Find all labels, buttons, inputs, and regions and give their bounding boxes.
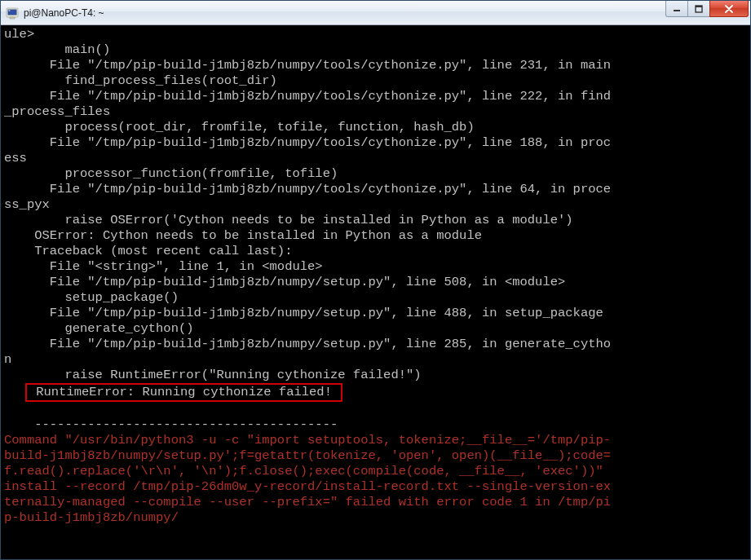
terminal-error-line: install --record /tmp/pip-26dm0w_y-recor… — [4, 479, 750, 495]
terminal-line: raise OSError('Cython needs to be instal… — [4, 213, 750, 228]
terminal-line: raise RuntimeError("Running cythonize fa… — [4, 368, 750, 383]
terminal-line: File "/tmp/pip-build-j1mbj8zb/numpy/setu… — [4, 275, 750, 290]
terminal-line: File "<string>", line 1, in <module> — [4, 259, 750, 275]
terminal-error-line: f.read().replace('\r\n', '\n');f.close()… — [4, 464, 750, 479]
terminal-line: find_process_files(root_dir) — [4, 73, 750, 89]
terminal-line-highlighted: RuntimeError: Running cythonize failed! — [4, 383, 750, 402]
terminal-line: File "/tmp/pip-build-j1mbj8zb/numpy/tool… — [4, 135, 750, 151]
terminal-error-line: ternally-managed --compile --user --pref… — [4, 495, 750, 510]
terminal-output[interactable]: ule> main() File "/tmp/pip-build-j1mbj8z… — [1, 25, 750, 559]
terminal-line: process(root_dir, fromfile, tofile, func… — [4, 120, 750, 135]
terminal-line — [4, 402, 750, 417]
terminal-window: pi@NanoPC-T4: ~ ule> main() File "/tmp/p… — [0, 0, 751, 560]
terminal-line: File "/tmp/pip-build-j1mbj8zb/numpy/tool… — [4, 89, 750, 104]
terminal-error-line: Command "/usr/bin/python3 -u -c "import … — [4, 433, 750, 448]
terminal-error-line: build-j1mbj8zb/numpy/setup.py';f=getattr… — [4, 448, 750, 464]
terminal-line: generate_cython() — [4, 321, 750, 337]
window-title: pi@NanoPC-T4: ~ — [24, 1, 666, 25]
terminal-line: OSError: Cython needs to be installed in… — [4, 228, 750, 244]
close-button[interactable] — [709, 1, 749, 17]
maximize-button[interactable] — [687, 1, 710, 17]
svg-rect-3 — [10, 17, 15, 19]
window-buttons — [666, 1, 749, 17]
terminal-line: ss_pyx — [4, 197, 750, 213]
terminal-line: processor_function(fromfile, tofile) — [4, 166, 750, 182]
terminal-line: File "/tmp/pip-build-j1mbj8zb/numpy/tool… — [4, 182, 750, 197]
terminal-line: main() — [4, 42, 750, 58]
terminal-line: File "/tmp/pip-build-j1mbj8zb/numpy/setu… — [4, 337, 750, 352]
terminal-line: File "/tmp/pip-build-j1mbj8zb/numpy/setu… — [4, 306, 750, 321]
minimize-button[interactable] — [665, 1, 688, 17]
terminal-line: File "/tmp/pip-build-j1mbj8zb/numpy/tool… — [4, 58, 750, 73]
terminal-line: n — [4, 352, 750, 368]
terminal-line: _process_files — [4, 104, 750, 120]
svg-rect-4 — [674, 10, 680, 11]
error-highlight-box: RuntimeError: Running cythonize failed! — [25, 383, 342, 402]
terminal-error-line: p-build-j1mbj8zb/numpy/ — [4, 510, 750, 526]
terminal-line: Traceback (most recent call last): — [4, 244, 750, 259]
terminal-line: ule> — [4, 27, 750, 42]
svg-rect-2 — [9, 10, 11, 11]
putty-icon — [6, 7, 19, 20]
svg-rect-6 — [696, 6, 702, 7]
terminal-line: ess — [4, 151, 750, 166]
terminal-line: setup_package() — [4, 290, 750, 306]
window-titlebar[interactable]: pi@NanoPC-T4: ~ — [1, 1, 750, 25]
separator-line: ---------------------------------------- — [4, 417, 750, 433]
